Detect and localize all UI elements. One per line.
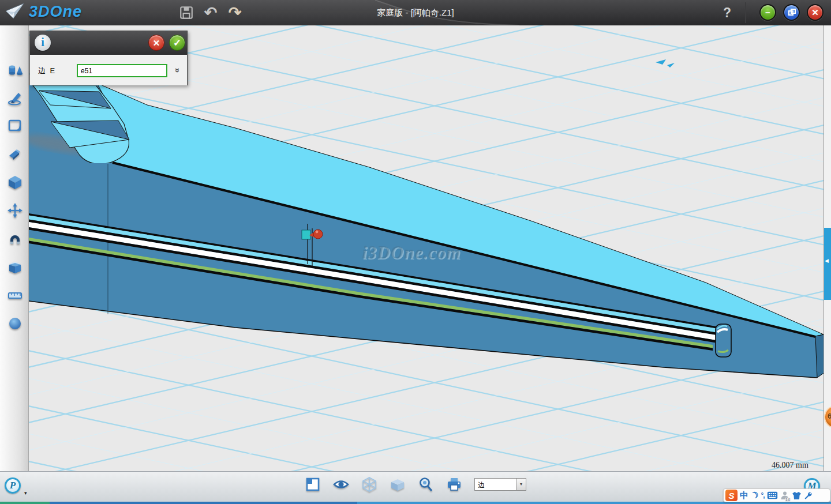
wireframe-view-icon (361, 476, 377, 492)
sidebar-item-measure[interactable] (7, 287, 23, 303)
zoom-search-icon (418, 476, 434, 492)
sidebar-item-assembly[interactable] (7, 259, 23, 275)
panel-collapse-handle[interactable]: ◀ (824, 228, 831, 300)
ime-skin-button[interactable] (792, 489, 802, 502)
sketch-pencil-icon (7, 90, 23, 106)
wrench-icon (804, 491, 813, 500)
tshirt-icon (792, 491, 802, 500)
sidebar-item-sketch-plane[interactable] (7, 118, 23, 134)
wireframe-view-button[interactable] (361, 476, 377, 492)
primitive-shapes-icon (7, 62, 23, 78)
close-button[interactable]: ✕ (807, 4, 823, 21)
sidebar-item-sketch[interactable] (7, 90, 23, 106)
bottom-bar: P ▾ (0, 471, 831, 502)
ime-settings-button[interactable] (804, 489, 813, 502)
print-button[interactable] (446, 476, 462, 492)
window-bottom-border (0, 502, 831, 504)
selection-filter-dropdown[interactable]: 边 ▾ (474, 478, 526, 491)
collapse-arrow-icon: ◀ (825, 258, 829, 264)
ime-account-button[interactable]: 14 (780, 489, 789, 502)
edge-field-label: 边 E (38, 66, 56, 76)
help-button[interactable]: ? (718, 4, 736, 21)
sidebar-item-primitive-shapes[interactable] (7, 62, 23, 78)
sidebar-item-render[interactable] (7, 315, 23, 332)
widget-anchor-square (302, 230, 310, 239)
viewport-3d[interactable]: i3DOne.com i3DOne.com 46.007 mm (29, 25, 823, 471)
expand-chevron-icon[interactable]: » (171, 65, 184, 76)
sidebar-item-solid[interactable] (7, 174, 23, 190)
ime-punctuation-icon[interactable]: °, (761, 489, 764, 502)
watermark: i3DOne.com (362, 242, 461, 262)
tool-sidebar (0, 25, 29, 471)
zoom-search-button[interactable] (418, 476, 434, 492)
model-end-cap (815, 334, 823, 378)
visibility-button[interactable] (333, 476, 349, 492)
dialog-body: 边 E » (30, 55, 187, 85)
titlebar-separator (745, 2, 746, 23)
measurement-readout: 46.007 mm (772, 461, 808, 469)
render-sphere-icon (7, 315, 23, 332)
restore-button[interactable] (783, 4, 800, 21)
visibility-eye-icon (333, 476, 349, 492)
sidebar-item-trim[interactable] (7, 146, 23, 162)
minimize-button[interactable]: − (759, 4, 776, 21)
title-bar: 3DOne ↶ ↷ 家庭版 - [阿帕奇.Z1] ? − ✕ (0, 0, 831, 25)
measure-ruler-icon (7, 287, 23, 303)
ime-keyboard-button[interactable] (767, 489, 778, 502)
move-arrows-icon (7, 202, 23, 219)
solid-cube-icon (7, 174, 23, 190)
ime-toolbar: S 中 ☽ °, 14 (723, 488, 830, 502)
magnet-icon (7, 231, 23, 247)
keyboard-icon (767, 491, 778, 499)
dialog-cancel-button[interactable]: ✕ (148, 35, 164, 51)
trim-eraser-icon (7, 146, 23, 162)
shaded-view-icon (390, 476, 406, 492)
edge-input[interactable] (77, 64, 167, 77)
ime-lang-toggle[interactable]: 中 (740, 489, 748, 502)
sketch-plane-icon (7, 118, 23, 134)
print-icon (446, 476, 462, 492)
model-blade-tip (716, 324, 731, 357)
profile-badge-left[interactable]: P (5, 477, 21, 494)
badge-count: 67 (828, 412, 831, 420)
profile-menu-arrow[interactable]: ▾ (24, 490, 27, 496)
dialog-header[interactable]: i ✕ ✓ (30, 31, 187, 55)
viewport-layout-icon (305, 476, 321, 492)
window-title: 家庭版 - [阿帕奇.Z1] (0, 0, 831, 25)
filter-value: 边 (478, 480, 485, 490)
sidebar-item-move[interactable] (7, 202, 23, 219)
sidebar-item-constraint[interactable] (7, 231, 23, 247)
right-panel-strip: ◀ 67 (823, 25, 831, 471)
edge-info-dialog: i ✕ ✓ 边 E » (29, 31, 188, 85)
person-count-badge: 14 (785, 498, 791, 502)
ime-logo[interactable]: S (725, 490, 738, 501)
info-icon: i (35, 35, 51, 51)
community-badge[interactable]: 67 (824, 405, 831, 428)
plane-cursor-marker (656, 59, 675, 67)
viewport-layout-button[interactable] (305, 476, 321, 492)
ime-moon-icon[interactable]: ☽ (748, 488, 761, 503)
dialog-confirm-button[interactable]: ✓ (169, 35, 185, 51)
shaded-view-button[interactable] (390, 476, 406, 492)
dropdown-arrow-icon[interactable]: ▾ (516, 479, 526, 490)
assembly-box-icon (7, 259, 23, 275)
